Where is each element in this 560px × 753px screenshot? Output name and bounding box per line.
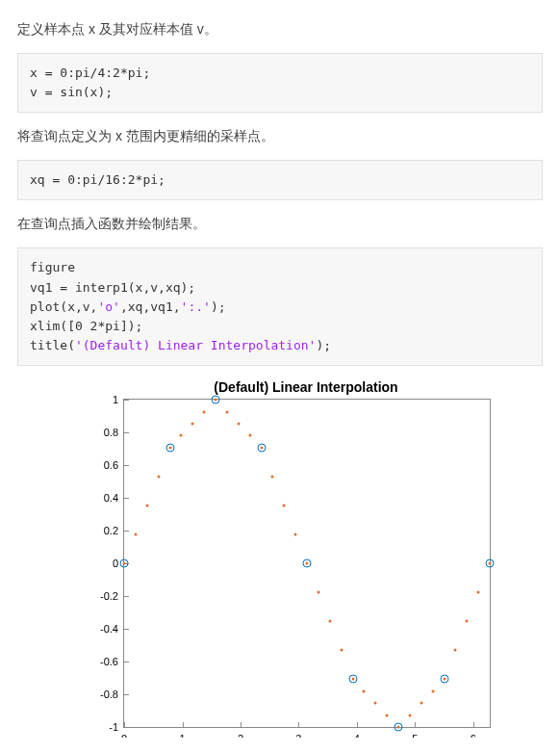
interp-point bbox=[374, 702, 377, 705]
x-tick-label: 5 bbox=[412, 727, 418, 738]
code-line: plot(x,v,'o',xq,vq1,':.'); bbox=[30, 299, 226, 314]
interp-point bbox=[283, 505, 286, 507]
interp-point bbox=[431, 689, 434, 692]
interp-point bbox=[180, 434, 183, 437]
interp-point bbox=[454, 649, 457, 652]
interp-point bbox=[363, 689, 366, 692]
interp-point bbox=[408, 714, 411, 716]
interp-point bbox=[477, 591, 480, 594]
interp-point bbox=[294, 533, 297, 536]
sample-point bbox=[120, 559, 129, 568]
y-tick-label: -0.8 bbox=[100, 688, 124, 700]
interp-point bbox=[386, 714, 389, 716]
desc-2: 将查询点定义为 x 范围内更精细的采样点。 bbox=[17, 126, 543, 146]
y-tick-label: -0.2 bbox=[100, 590, 124, 602]
x-tick-label: 4 bbox=[354, 727, 360, 738]
code-block-3: figure vq1 = interp1(x,v,xq); plot(x,v,'… bbox=[17, 247, 543, 366]
x-tick-label: 6 bbox=[471, 727, 476, 738]
x-tick-label: 3 bbox=[295, 727, 301, 738]
interp-point bbox=[340, 649, 343, 652]
interp-point bbox=[157, 475, 160, 478]
y-tick-label: 0.4 bbox=[104, 492, 124, 504]
x-tick-label: 2 bbox=[238, 727, 243, 738]
code-line: title('(Default) Linear Interpolation'); bbox=[30, 338, 331, 352]
code-line: x = 0:pi/4:2*pi; bbox=[30, 65, 150, 80]
code-line: xlim([0 2*pi]); bbox=[30, 319, 142, 333]
interp-point bbox=[191, 423, 194, 426]
plot-area: -1-0.8-0.6-0.4-0.200.20.40.60.810123456 bbox=[123, 399, 491, 728]
sample-point bbox=[486, 559, 495, 568]
interp-point bbox=[134, 533, 137, 536]
sample-point bbox=[303, 559, 312, 568]
sample-point bbox=[440, 675, 448, 684]
desc-1: 定义样本点 x 及其对应样本值 v。 bbox=[17, 19, 543, 39]
y-tick-label: 0.2 bbox=[104, 525, 124, 536]
sample-point bbox=[348, 675, 357, 684]
interp-point bbox=[248, 434, 251, 437]
y-tick-label: 0.6 bbox=[104, 459, 124, 471]
sample-point bbox=[257, 443, 266, 452]
interp-point bbox=[271, 475, 274, 478]
sample-point bbox=[212, 396, 220, 404]
code-line: v = sin(x); bbox=[30, 85, 113, 99]
sample-point bbox=[395, 723, 403, 732]
interp-point bbox=[145, 505, 148, 507]
interp-point bbox=[225, 410, 228, 413]
y-tick-label: -0.6 bbox=[100, 656, 124, 667]
interp-point bbox=[420, 702, 422, 705]
code-line: xq = 0:pi/16:2*pi; bbox=[30, 172, 165, 187]
y-tick-label: 1 bbox=[113, 394, 124, 405]
interp-point bbox=[203, 410, 206, 413]
y-tick-label: 0.8 bbox=[104, 427, 124, 438]
x-tick-label: 0 bbox=[121, 727, 127, 738]
interp-point bbox=[317, 591, 319, 594]
code-line: figure bbox=[30, 260, 75, 274]
sample-point bbox=[165, 443, 174, 452]
code-line: vq1 = interp1(x,v,xq); bbox=[30, 280, 195, 295]
chart-title: (Default) Linear Interpolation bbox=[85, 379, 527, 395]
y-tick-label: -0.4 bbox=[100, 623, 124, 635]
interp-point bbox=[328, 620, 331, 623]
code-block-2: xq = 0:pi/16:2*pi; bbox=[17, 160, 543, 200]
desc-3: 在查询点插入函数并绘制结果。 bbox=[17, 214, 543, 234]
chart: (Default) Linear Interpolation -1-0.8-0.… bbox=[85, 379, 527, 728]
interp-point bbox=[237, 423, 240, 426]
code-block-1: x = 0:pi/4:2*pi; v = sin(x); bbox=[17, 53, 543, 113]
x-tick-label: 1 bbox=[179, 727, 185, 738]
interp-point bbox=[466, 620, 469, 623]
